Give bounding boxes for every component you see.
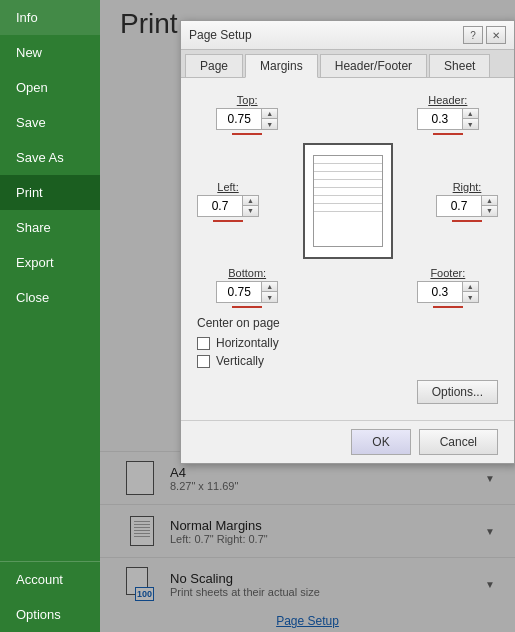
bottom-down-button[interactable]: ▼ [261,292,277,302]
bottom-input[interactable] [217,283,261,301]
footer-label: Footer: [430,267,465,279]
sidebar-item-account[interactable]: Account [0,562,100,597]
header-label: Header: [428,94,467,106]
dialog-close-button[interactable]: ✕ [486,26,506,44]
sidebar-item-share[interactable]: Share [0,210,100,245]
right-spinner[interactable]: ▲ ▼ [436,195,498,217]
margins-bottom-row: Bottom: ▲ ▼ Foo [197,267,498,308]
top-underline [232,133,262,135]
spacer-bottom [297,267,397,308]
footer-input[interactable] [418,283,462,301]
header-spinner[interactable]: ▲ ▼ [417,108,479,130]
header-spinner-buttons: ▲ ▼ [462,109,478,129]
tab-sheet[interactable]: Sheet [429,54,490,77]
center-on-page-title: Center on page [197,316,498,330]
margin-top-field: Top: ▲ ▼ [197,94,297,135]
header-input[interactable] [418,110,462,128]
left-label: Left: [217,181,238,193]
top-input[interactable] [217,110,261,128]
vertically-checkbox[interactable] [197,355,210,368]
sidebar-item-info[interactable]: Info [0,0,100,35]
top-spinner[interactable]: ▲ ▼ [216,108,278,130]
sidebar-item-new[interactable]: New [0,35,100,70]
margin-right-field: Right: ▲ ▼ [436,181,498,222]
cancel-button[interactable]: Cancel [419,429,498,455]
right-label: Right: [453,181,482,193]
main-content: Print Page Setup ? ✕ Page Margins Header… [100,0,515,632]
sidebar-item-print[interactable]: Print [0,175,100,210]
paper-preview [303,143,393,259]
left-spinner-buttons: ▲ ▼ [242,196,258,216]
top-down-button[interactable]: ▼ [261,119,277,129]
horizontally-label: Horizontally [216,336,279,350]
bottom-up-button[interactable]: ▲ [261,282,277,292]
sidebar: Info New Open Save Save As Print Share E… [0,0,100,632]
modal-overlay: Page Setup ? ✕ Page Margins Header/Foote… [100,0,515,632]
top-up-button[interactable]: ▲ [261,109,277,119]
dialog-body: Top: ▲ ▼ Header [181,78,514,420]
left-down-button[interactable]: ▼ [242,206,258,216]
left-spinner[interactable]: ▲ ▼ [197,195,259,217]
margin-footer-field: Footer: ▲ ▼ [398,267,498,308]
paper-line-5 [314,195,382,196]
paper-line-6 [314,203,382,204]
paper-line-4 [314,187,382,188]
bottom-spinner-buttons: ▲ ▼ [261,282,277,302]
dialog-help-button[interactable]: ? [463,26,483,44]
right-up-button[interactable]: ▲ [481,196,497,206]
vertically-row: Vertically [197,354,498,368]
page-setup-dialog: Page Setup ? ✕ Page Margins Header/Foote… [180,20,515,464]
vertically-label: Vertically [216,354,264,368]
top-spinner-buttons: ▲ ▼ [261,109,277,129]
dialog-controls: ? ✕ [463,26,506,44]
sidebar-item-export[interactable]: Export [0,245,100,280]
sidebar-item-save-as[interactable]: Save As [0,140,100,175]
sidebar-item-options[interactable]: Options [0,597,100,632]
footer-up-button[interactable]: ▲ [462,282,478,292]
sidebar-item-open[interactable]: Open [0,70,100,105]
bottom-spinner[interactable]: ▲ ▼ [216,281,278,303]
right-down-button[interactable]: ▼ [481,206,497,216]
spacer-top [297,94,397,135]
margins-section: Top: ▲ ▼ Header [197,94,498,308]
paper-line-7 [314,211,382,212]
paper-line-1 [314,163,382,164]
paper-line-2 [314,171,382,172]
footer-spinner-buttons: ▲ ▼ [462,282,478,302]
bottom-underline [232,306,262,308]
dialog-title: Page Setup [189,28,252,42]
footer-spinner[interactable]: ▲ ▼ [417,281,479,303]
header-up-button[interactable]: ▲ [462,109,478,119]
tab-page[interactable]: Page [185,54,243,77]
dialog-titlebar: Page Setup ? ✕ [181,21,514,50]
header-down-button[interactable]: ▼ [462,119,478,129]
footer-underline [433,306,463,308]
center-on-page-section: Center on page Horizontally Vertically [197,316,498,368]
margins-middle-row: Left: ▲ ▼ [197,143,498,259]
margin-bottom-field: Bottom: ▲ ▼ [197,267,297,308]
options-button[interactable]: Options... [417,380,498,404]
header-underline [433,133,463,135]
horizontally-row: Horizontally [197,336,498,350]
right-underline [452,220,482,222]
tab-margins[interactable]: Margins [245,54,318,78]
paper-line-3 [314,179,382,180]
horizontally-checkbox[interactable] [197,337,210,350]
right-spinner-buttons: ▲ ▼ [481,196,497,216]
tab-header-footer[interactable]: Header/Footer [320,54,427,77]
left-up-button[interactable]: ▲ [242,196,258,206]
ok-button[interactable]: OK [351,429,410,455]
options-row: Options... [197,380,498,404]
sidebar-item-close[interactable]: Close [0,280,100,315]
sidebar-item-save[interactable]: Save [0,105,100,140]
paper-lines [313,155,383,247]
left-underline [213,220,243,222]
dialog-tabs: Page Margins Header/Footer Sheet [181,50,514,78]
right-input[interactable] [437,197,481,215]
footer-down-button[interactable]: ▼ [462,292,478,302]
dialog-footer: OK Cancel [181,420,514,463]
bottom-label: Bottom: [228,267,266,279]
margin-header-field: Header: ▲ ▼ [398,94,498,135]
margin-left-field: Left: ▲ ▼ [197,181,259,222]
left-input[interactable] [198,197,242,215]
